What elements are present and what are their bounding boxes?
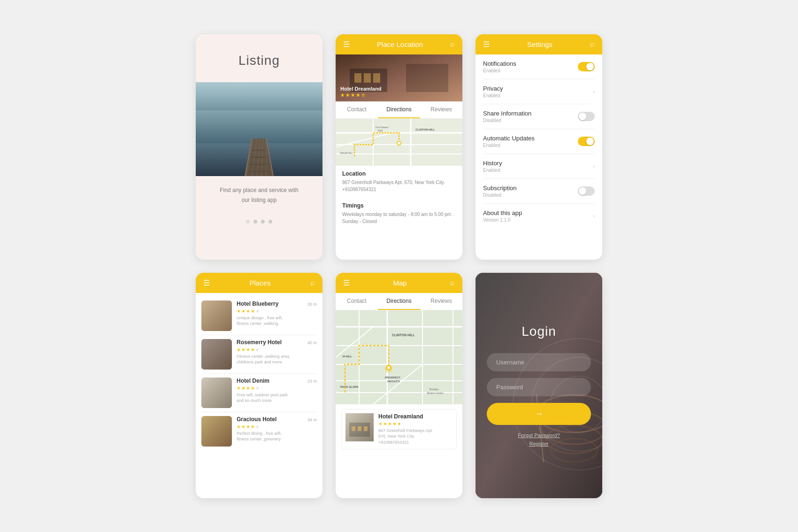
settings-item-subscription[interactable]: Subscription Disabled xyxy=(483,179,595,204)
place-thumbnail xyxy=(201,378,232,408)
places-header: ☰ Places ⌕ xyxy=(196,273,322,293)
settings-history-name: History xyxy=(483,160,502,167)
list-item[interactable]: Hotel Blueberry 30 m ★★★★★ Unique design… xyxy=(201,297,317,335)
map-tab-reviews[interactable]: Reviews xyxy=(420,293,462,310)
hotel-text: Hotel Dreamland ★★★★★ 867 Greenholt Park… xyxy=(378,413,433,446)
places-search-icon[interactable]: ⌕ xyxy=(310,278,315,287)
place-name: Rosemerry Hotel xyxy=(237,339,282,346)
place-thumbnail xyxy=(201,339,232,370)
settings-about-sub: Version 1.1.0 xyxy=(483,217,522,223)
place-info: Hotel Denim 23 m ★★★★★ Free wifi, outdoo… xyxy=(237,378,317,404)
hotel-name-overlay: Hotel Dreamland ★ ★ ★ ★ ☆ xyxy=(340,86,381,98)
place-stars: ★★★★★ xyxy=(237,347,317,352)
toggle-knob xyxy=(579,187,586,195)
place-location-title: Place Location xyxy=(350,40,450,48)
location-label: Location xyxy=(342,170,456,177)
dock-background xyxy=(196,82,322,176)
place-desc: Free wifi, outdoor pool parkand so much … xyxy=(237,392,317,404)
dot-4[interactable] xyxy=(269,220,272,224)
dock-svg xyxy=(196,82,322,176)
search-icon[interactable]: ⌕ xyxy=(450,40,455,48)
listing-title: Listing xyxy=(238,53,280,68)
settings-menu-icon[interactable]: ☰ xyxy=(483,40,490,49)
list-item[interactable]: Gracious Hotel 34 m ★★★★★ Perfect dining… xyxy=(201,412,317,450)
timings-label: Timings xyxy=(342,202,456,209)
list-item[interactable]: Hotel Denim 23 m ★★★★★ Free wifi, outdoo… xyxy=(201,374,317,412)
map-tabs: Contact Directions Reviews xyxy=(336,293,462,310)
settings-list: Notifications Enabled Privacy Enabled › … xyxy=(476,54,602,228)
tab-reviews[interactable]: Reviews xyxy=(420,101,462,118)
map-tab-directions[interactable]: Directions xyxy=(378,293,420,310)
settings-notifications-sub: Enabled xyxy=(483,68,516,73)
settings-item-history[interactable]: History Enabled › xyxy=(483,154,595,179)
map-search-icon[interactable]: ⌕ xyxy=(450,278,455,287)
places-card: ☰ Places ⌕ Hotel Blueberry 30 m ★★★★★ Un… xyxy=(196,273,322,498)
place-stars: ★★★★★ xyxy=(237,424,317,429)
dot-3[interactable] xyxy=(261,220,265,224)
tab-contact[interactable]: Contact xyxy=(336,101,378,118)
place-info: Hotel Blueberry 30 m ★★★★★ Unique design… xyxy=(237,301,317,327)
svg-rect-21 xyxy=(406,64,448,92)
tab-directions[interactable]: Directions xyxy=(378,101,420,118)
place-distance: 30 m xyxy=(307,302,317,307)
username-input[interactable] xyxy=(487,353,591,371)
place-tabs: Contact Directions Reviews xyxy=(336,101,462,119)
privacy-chevron: › xyxy=(593,88,595,95)
listing-card: Listing xyxy=(196,34,322,260)
settings-about-name: About this app xyxy=(483,209,522,216)
menu-icon[interactable]: ☰ xyxy=(343,40,350,49)
settings-subscription-sub: Disabled xyxy=(483,193,517,198)
places-list: Hotel Blueberry 30 m ★★★★★ Unique design… xyxy=(196,293,322,454)
settings-item-autoupdate[interactable]: Automatic Updates Enabled xyxy=(483,129,595,154)
list-item[interactable]: Rosemerry Hotel 45 m ★★★★★ Fitness cente… xyxy=(201,335,317,374)
place-distance: 23 m xyxy=(307,379,317,384)
settings-item-privacy[interactable]: Privacy Enabled › xyxy=(483,79,595,104)
subscription-toggle[interactable] xyxy=(578,186,595,196)
map-menu-icon[interactable]: ☰ xyxy=(343,278,350,287)
settings-item-about[interactable]: About this app Version 1.1.0 › xyxy=(483,204,595,228)
login-title: Login xyxy=(522,324,556,339)
dot-2[interactable] xyxy=(253,220,257,224)
listing-hero-image xyxy=(196,82,322,176)
place-info: Rosemerry Hotel 45 m ★★★★★ Fitness cente… xyxy=(237,339,317,365)
svg-text:Park: Park xyxy=(378,129,383,132)
settings-subscription-name: Subscription xyxy=(483,185,517,192)
directions-map: CLINTON HILL ERUM HILL Fort Greene Park xyxy=(336,119,462,166)
settings-autoupdate-sub: Enabled xyxy=(483,143,535,148)
map-title: Map xyxy=(350,279,450,287)
settings-item-notifications[interactable]: Notifications Enabled xyxy=(483,54,595,79)
login-card: Login → Forgot Password? Register xyxy=(476,273,602,498)
hotel-stars: ★ ★ ★ ★ ☆ xyxy=(340,93,381,98)
app-grid: Listing xyxy=(196,34,602,498)
place-desc: Unique design , free wifi,fitness center… xyxy=(237,315,317,327)
svg-text:CLINTON HILL: CLINTON HILL xyxy=(392,333,415,337)
svg-text:M HILL: M HILL xyxy=(343,355,352,358)
places-menu-icon[interactable]: ☰ xyxy=(203,278,210,287)
svg-rect-61 xyxy=(364,426,368,431)
login-button[interactable]: → xyxy=(487,403,591,425)
full-map-svg: CLINTON HILL M HILL PROSPECT HEIGHTS PAR… xyxy=(336,310,462,404)
autoupdate-toggle[interactable] xyxy=(578,137,595,146)
settings-notifications-name: Notifications xyxy=(483,60,516,67)
hotel-name: Hotel Dreamland xyxy=(340,86,381,92)
settings-search-icon[interactable]: ⌕ xyxy=(590,40,595,48)
svg-rect-35 xyxy=(336,310,462,404)
place-stars: ★★★★★ xyxy=(237,308,317,314)
notifications-toggle[interactable] xyxy=(578,62,595,71)
hotel-info-card[interactable]: Hotel Dreamland ★★★★★ 867 Greenholt Park… xyxy=(341,409,457,450)
svg-rect-60 xyxy=(358,426,361,431)
login-links: Forgot Password? Register xyxy=(518,432,560,447)
share-toggle[interactable] xyxy=(578,112,595,121)
forgot-password-link[interactable]: Forgot Password? xyxy=(518,432,560,438)
register-link[interactable]: Register xyxy=(529,441,549,447)
map-tab-contact[interactable]: Contact xyxy=(336,293,378,310)
svg-text:Botanic Garden: Botanic Garden xyxy=(427,392,444,394)
hotel-name: Hotel Dreamland xyxy=(378,413,433,420)
dot-1[interactable] xyxy=(246,220,250,224)
password-input[interactable] xyxy=(487,378,591,396)
settings-item-share[interactable]: Share Information Disabled xyxy=(483,104,595,129)
svg-rect-59 xyxy=(352,426,355,431)
place-name: Hotel Blueberry xyxy=(237,301,278,307)
place-desc: Perfect dining , free wifi,fitness cente… xyxy=(237,431,317,442)
svg-text:HEIGHTS: HEIGHTS xyxy=(387,380,400,383)
